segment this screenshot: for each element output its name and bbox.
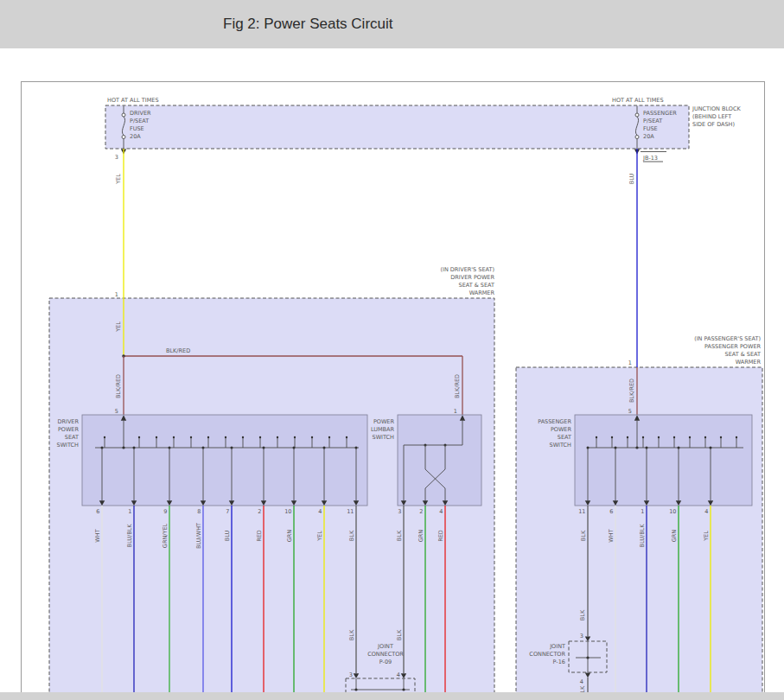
wire-color-label: BLK — [579, 609, 586, 620]
svg-text:JOINT: JOINT — [549, 643, 565, 650]
svg-text:SWITCH: SWITCH — [550, 442, 572, 449]
svg-text:WARMER: WARMER — [736, 359, 762, 366]
passenger-feed-wire: JB-13 BLU 1 — [628, 149, 666, 367]
pin-number: 4 — [439, 508, 443, 515]
wire-color-label: BLU — [224, 531, 231, 542]
wiring-diagram: (IN DRIVER'S SEAT) DRIVER POWER SEAT & S… — [22, 82, 764, 699]
switch-pin-number: 1 — [454, 408, 457, 415]
wire-color-label: BLK — [580, 530, 587, 541]
wire-color-label: BLK — [348, 530, 355, 541]
svg-text:FUSE: FUSE — [643, 125, 658, 132]
wire-color-label: BLK/RED — [628, 379, 635, 403]
pin-number: 10 — [669, 508, 676, 515]
pin-number: 3 — [398, 508, 401, 515]
pin-number: 7 — [226, 508, 229, 515]
fuse-pin-number: 3 — [115, 154, 118, 161]
svg-text:PASSENGER: PASSENGER — [538, 418, 571, 425]
svg-text:SEAT: SEAT — [65, 434, 79, 441]
svg-text:SEAT: SEAT — [558, 434, 571, 441]
pin-number: 2 — [258, 508, 261, 515]
pin-number: 8 — [197, 508, 201, 515]
wire-color-label: BLK/RED — [454, 374, 461, 398]
svg-text:20A: 20A — [130, 133, 141, 140]
svg-text:DRIVER: DRIVER — [130, 110, 151, 117]
junction-block-label: JUNCTION BLOCK — [692, 105, 742, 112]
diagram-frame: (IN DRIVER'S SEAT) DRIVER POWER SEAT & S… — [21, 81, 765, 700]
pin-number: 11 — [578, 508, 585, 515]
wire-color-label: YEL — [703, 531, 710, 542]
svg-text:CONNECTOR: CONNECTOR — [367, 651, 404, 658]
svg-text:P/SEAT: P/SEAT — [130, 118, 149, 124]
wire-color-label: BLU/BLK — [126, 524, 133, 548]
driver-feed-wire: 3 YEL 1 — [115, 149, 126, 298]
svg-text:POWER: POWER — [551, 426, 572, 433]
entry-pin-number: 1 — [628, 360, 632, 366]
svg-text:P-09: P-09 — [379, 659, 392, 665]
wire-color-label: BLK — [396, 629, 403, 640]
svg-text:P/SEAT: P/SEAT — [643, 118, 662, 124]
driver-power-seat-switch: DRIVER POWER SEAT SWITCH — [57, 415, 368, 506]
wire-color-label: GRN — [286, 530, 293, 543]
junction-block: HOT AT ALL TIMES HOT AT ALL TIMES JUNCTI… — [105, 97, 742, 149]
svg-text:20A: 20A — [643, 133, 654, 140]
figure-title-bar: Fig 2: Power Seats Circuit — [0, 0, 784, 48]
wire-color-label: YEL — [115, 174, 122, 185]
svg-text:PASSENGER: PASSENGER — [643, 110, 677, 117]
wire-color-label: BLK/RED — [166, 347, 190, 354]
wire-color-label: RED — [437, 530, 444, 542]
wire-color-label: BLK — [396, 530, 403, 541]
bottom-page-band — [0, 692, 784, 700]
svg-text:CONNECTOR: CONNECTOR — [529, 651, 565, 658]
svg-text:POWER: POWER — [58, 426, 80, 433]
pin-number: 4 — [318, 508, 322, 515]
pin-number: 4 — [580, 678, 583, 685]
svg-text:DRIVER POWER: DRIVER POWER — [450, 274, 494, 281]
pin-number: 2 — [419, 508, 423, 515]
wire-color-label: WHT — [608, 529, 615, 542]
switch-pin-number: 5 — [628, 408, 632, 415]
svg-text:PASSENGER POWER: PASSENGER POWER — [704, 343, 761, 350]
jb13-label: JB-13 — [642, 155, 658, 162]
wire-color-label: BLK — [348, 629, 355, 640]
svg-text:(BEHIND LEFT: (BEHIND LEFT — [692, 113, 731, 120]
pin-number: 3 — [580, 633, 583, 640]
passenger-seat-caption: (IN PASSENGER'S SEAT) — [694, 335, 761, 342]
pin-number: 11 — [347, 508, 354, 515]
pin-number: 9 — [163, 508, 167, 515]
svg-text:JOINT: JOINT — [377, 643, 393, 650]
pin-number: 10 — [284, 508, 291, 515]
pin-number: 1 — [128, 508, 131, 515]
svg-text:SEAT & SEAT: SEAT & SEAT — [459, 282, 495, 289]
svg-text:DRIVER: DRIVER — [57, 418, 79, 425]
wire-color-label: GRN — [417, 530, 424, 543]
svg-text:SWITCH: SWITCH — [373, 434, 395, 441]
pin-number: 1 — [641, 508, 644, 515]
svg-text:SIDE OF DASH): SIDE OF DASH) — [692, 121, 735, 128]
wire-color-label: WHT — [94, 529, 101, 542]
hot-at-all-times-right: HOT AT ALL TIMES — [612, 97, 664, 104]
wire-color-label: BLU — [628, 174, 635, 185]
pin-number: 6 — [96, 508, 99, 515]
svg-text:SWITCH: SWITCH — [57, 442, 80, 449]
svg-text:P-16: P-16 — [553, 659, 565, 665]
pin-number: 4 — [397, 671, 400, 678]
wire-color-label: YEL — [115, 321, 122, 333]
hot-at-all-times-left: HOT AT ALL TIMES — [107, 97, 159, 104]
driver-seat-caption: (IN DRIVER'S SEAT) — [440, 266, 494, 273]
wire-color-label: GRN/YEL — [162, 523, 169, 548]
wire-color-label: BLK/RED — [115, 374, 122, 398]
svg-text:SEAT & SEAT: SEAT & SEAT — [725, 351, 762, 358]
entry-pin-number: 1 — [115, 291, 118, 298]
wire-color-label: BLU/WHT — [195, 523, 202, 549]
wire-color-label: RED — [256, 530, 263, 542]
svg-text:POWER: POWER — [373, 418, 395, 425]
switch-pin-number: 5 — [115, 408, 118, 415]
wire-color-label: GRN — [671, 530, 678, 543]
pin-number: 6 — [609, 508, 613, 515]
svg-text:WARMER: WARMER — [469, 290, 495, 296]
wire-color-label: BLU/BLK — [639, 524, 646, 548]
pin-number: 4 — [704, 508, 708, 515]
wire-color-label: YEL — [316, 531, 323, 542]
pin-number: 3 — [349, 671, 353, 678]
figure-title: Fig 2: Power Seats Circuit — [223, 0, 393, 48]
